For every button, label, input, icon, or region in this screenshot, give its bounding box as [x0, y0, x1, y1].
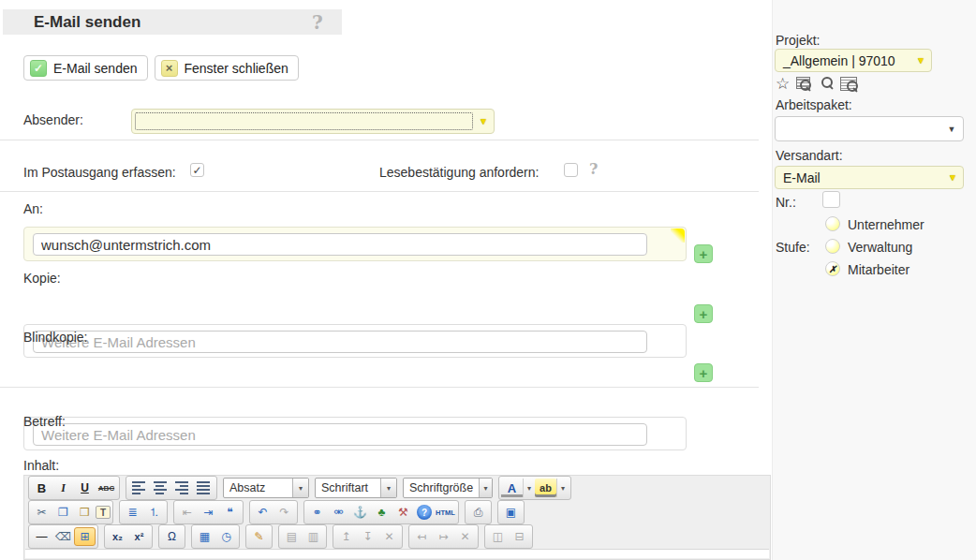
arbeitspaket-combobox[interactable]: ▼: [775, 116, 964, 141]
inhalt-label: Inhalt:: [23, 458, 59, 473]
rich-text-editor: BIUABCAbsatz▾Schriftart▾Schriftgröße▾A▾a…: [23, 475, 771, 560]
kopie-fieldbox: [23, 324, 687, 358]
align-right-button[interactable]: [171, 479, 193, 497]
absender-combobox-value[interactable]: [135, 112, 473, 130]
an-label: An:: [23, 201, 43, 216]
stufe-radio-verwaltung[interactable]: [825, 239, 840, 254]
html-source-button[interactable]: HTML: [435, 503, 456, 522]
cleanup-button[interactable]: ⚒: [392, 503, 414, 522]
stufe-radio-mitarbeiter[interactable]: ✗: [825, 261, 840, 276]
remove-link-button[interactable]: ⚮: [328, 503, 349, 522]
search-projects-icon[interactable]: [820, 76, 836, 91]
font-family-select[interactable]: Schriftart▾: [315, 478, 397, 498]
copy-button[interactable]: ❐: [52, 503, 74, 522]
postausgang-checkbox[interactable]: ✓: [190, 163, 204, 177]
toolbar-group: ▦◷: [191, 524, 240, 549]
indent-button[interactable]: ⇥: [198, 503, 219, 522]
highlight-color-button-menu-arrow[interactable]: ▾: [556, 479, 569, 497]
nr-input[interactable]: [822, 191, 840, 208]
insert-time-button[interactable]: ◷: [215, 527, 237, 546]
align-left-button[interactable]: [128, 479, 150, 497]
horizontal-rule-button[interactable]: —: [31, 527, 52, 546]
font-size-select[interactable]: Schriftgröße▾: [403, 478, 493, 498]
recent-projects-icon[interactable]: [796, 76, 812, 91]
project-list-search-icon[interactable]: [840, 76, 856, 91]
italic-button[interactable]: I: [52, 479, 74, 497]
lesebestaetigung-checkbox[interactable]: [564, 163, 578, 177]
font-family-select-arrow-icon[interactable]: ▾: [380, 479, 396, 497]
absender-combobox[interactable]: ▼: [131, 109, 495, 134]
absender-dropdown-icon[interactable]: ▼: [473, 116, 494, 126]
lesebestaetigung-help-icon[interactable]: ?: [589, 160, 598, 178]
help-icon[interactable]: ?: [312, 11, 323, 34]
projekt-dropdown-icon[interactable]: ▼: [910, 55, 931, 66]
check-icon: ✓: [30, 60, 47, 77]
kopie-label: Kopie:: [23, 271, 61, 286]
toolbar-group: ⇤⇥❝: [173, 500, 244, 524]
page-title: E-Mail senden: [34, 13, 140, 32]
font-size-select-arrow-icon[interactable]: ▾: [479, 479, 492, 497]
insert-date-button[interactable]: ▦: [194, 527, 215, 546]
undo-button[interactable]: ↶: [252, 503, 274, 522]
text-color-button[interactable]: A: [501, 479, 523, 497]
toolbar-group: ⎙: [465, 500, 492, 524]
insert-image-button[interactable]: ♣: [371, 503, 392, 522]
paste-button[interactable]: ❒: [74, 503, 96, 522]
underline-button[interactable]: U: [74, 479, 96, 497]
blindkopie-label: Blindkopie:: [23, 330, 88, 345]
remove-format-button[interactable]: ⌫: [52, 527, 74, 546]
toolbar-group: ▤▥: [278, 524, 327, 549]
send-email-button-label: E-Mail senden: [53, 61, 138, 76]
paragraph-format-select-arrow-icon[interactable]: ▾: [292, 479, 308, 497]
add-recipient-button[interactable]: +: [694, 244, 713, 263]
toolbar-group: ↥↧✕: [333, 524, 403, 549]
fullscreen-button[interactable]: ▣: [500, 503, 522, 522]
projekt-combobox[interactable]: _Allgemein | 97010 ▼: [775, 49, 932, 72]
anchor-button[interactable]: ⚓: [349, 503, 371, 522]
highlight-color-button[interactable]: ab: [535, 479, 556, 497]
betreff-label: Betreff:: [23, 414, 66, 429]
bullet-list-button[interactable]: ≣: [122, 503, 143, 522]
help-button[interactable]: ?: [417, 505, 432, 520]
toolbar-group: ✎: [245, 524, 273, 549]
insert-link-button[interactable]: ⚭: [306, 503, 328, 522]
blindkopie-input[interactable]: [33, 423, 647, 446]
toolbar-group: A▾ab▾: [498, 476, 571, 500]
close-window-button[interactable]: × Fenster schließen: [155, 55, 299, 81]
insert-table-button[interactable]: ⊞: [74, 527, 96, 546]
text-color-button-menu-arrow[interactable]: ▾: [523, 479, 535, 497]
blockquote-button[interactable]: ❝: [219, 503, 241, 522]
postausgang-label: Im Postausgang erfassen:: [23, 165, 176, 180]
special-char-button[interactable]: Ω: [161, 527, 183, 546]
subscript-button[interactable]: x₂: [107, 527, 128, 546]
align-justify-button[interactable]: [193, 479, 214, 497]
versandart-combobox[interactable]: E-Mail ▼: [775, 166, 964, 189]
add-cc-button[interactable]: +: [694, 304, 713, 323]
cut-button[interactable]: ✂: [31, 503, 52, 522]
table-cell-properties-button: ▥: [303, 527, 324, 546]
toolbar-group: ≣⒈: [119, 500, 168, 524]
numbered-list-button[interactable]: ⒈: [143, 503, 165, 522]
an-input[interactable]: [33, 233, 647, 256]
versandart-dropdown-icon[interactable]: ▼: [942, 172, 963, 183]
split-cells-button: ◫: [487, 527, 509, 546]
toolbar-group: —⌫⊞: [28, 524, 98, 549]
editor-content-area[interactable]: [25, 549, 769, 558]
favorites-star-icon[interactable]: ☆: [776, 76, 790, 92]
stufe-radio-unternehmer[interactable]: [825, 216, 840, 231]
paragraph-format-select[interactable]: Absatz▾: [223, 478, 309, 498]
align-center-button[interactable]: [150, 479, 171, 497]
superscript-button[interactable]: x²: [128, 527, 150, 546]
send-email-button[interactable]: ✓ E-Mail senden: [23, 55, 148, 81]
bold-button[interactable]: B: [31, 479, 52, 497]
toolbar-group: BIUABC: [28, 476, 120, 500]
toolbar-group: ◫⊟: [484, 524, 533, 549]
kopie-input[interactable]: [33, 331, 647, 353]
edit-attributes-button[interactable]: ✎: [248, 527, 270, 546]
close-window-button-label: Fenster schließen: [185, 61, 288, 76]
strikethrough-button[interactable]: ABC: [96, 479, 117, 497]
add-bcc-button[interactable]: +: [694, 363, 713, 382]
print-button[interactable]: ⎙: [467, 503, 489, 522]
arbeitspaket-dropdown-icon[interactable]: ▼: [940, 125, 963, 134]
paste-as-text-button[interactable]: T: [96, 506, 111, 519]
